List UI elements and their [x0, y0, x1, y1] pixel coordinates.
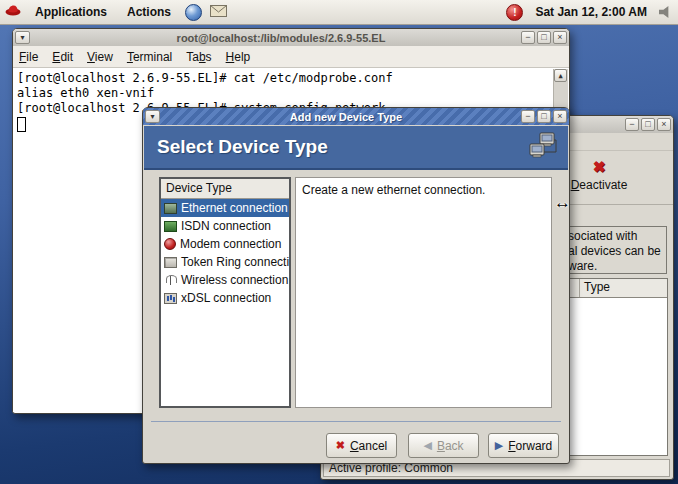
info-text-fragment: al devices can be [568, 244, 661, 259]
close-icon[interactable]: × [553, 31, 567, 44]
modem-icon [164, 238, 176, 250]
terminal-menu-tabs[interactable]: Tabs [186, 50, 211, 64]
terminal-menu-terminal[interactable]: Terminal [127, 50, 172, 64]
terminal-line: [root@localhost 2.6.9-55.EL]# cat /etc/m… [17, 71, 569, 86]
ethernet-icon [164, 203, 177, 214]
desktop: Applications Actions ! Sat Jan 12, 2:00 … [0, 0, 678, 484]
email-icon[interactable] [210, 3, 227, 21]
web-browser-icon[interactable] [185, 4, 202, 21]
minimize-icon[interactable]: − [521, 110, 535, 123]
alert-notification-icon[interactable]: ! [506, 4, 523, 21]
network-info-text: sociated with al devices can be ware. [568, 229, 661, 274]
terminal-menubar: File Edit View Terminal Tabs Help [13, 46, 569, 68]
terminal-title: root@localhost:/lib/modules/2.6.9-55.EL [53, 32, 509, 44]
list-item-label: Modem connection [180, 237, 281, 251]
list-item-ethernet[interactable]: Ethernet connection [161, 199, 289, 217]
deactivate-button[interactable]: ✖ Deactivate [565, 158, 633, 200]
window-menu-icon[interactable]: ▾ [145, 110, 160, 123]
maximize-icon[interactable]: □ [537, 31, 551, 44]
list-item-label: Wireless connection [181, 273, 288, 287]
list-item-label: Token Ring connection [181, 255, 289, 269]
window-menu-icon[interactable]: ▾ [15, 31, 30, 44]
dialog-separator [151, 421, 561, 422]
cancel-label: Cancel [350, 439, 387, 453]
terminal-titlebar[interactable]: ▾ root@localhost:/lib/modules/2.6.9-55.E… [13, 29, 569, 46]
redhat-menu-icon[interactable] [5, 3, 21, 21]
token-ring-icon [164, 257, 177, 268]
minimize-icon[interactable]: − [625, 118, 639, 131]
device-type-list-header[interactable]: Device Type [161, 179, 289, 199]
terminal-line: alias eth0 xen-vnif [17, 86, 569, 101]
list-item-wireless[interactable]: Wireless connection [161, 271, 289, 289]
dialog-title: Add new Device Type [183, 111, 509, 123]
device-description-pane: Create a new ethernet connection. [295, 177, 552, 408]
list-item-tokenring[interactable]: Token Ring connection [161, 253, 289, 271]
scroll-up-icon[interactable]: ▲ [554, 69, 567, 82]
table-column-type[interactable]: Type [580, 279, 667, 297]
back-label: Back [437, 439, 464, 453]
terminal-menu-help[interactable]: Help [226, 50, 251, 64]
dialog-header-title: Select Device Type [157, 136, 328, 158]
forward-label: Forward [508, 439, 552, 453]
forward-arrow-icon: ▶ [495, 440, 503, 451]
top-panel: Applications Actions ! Sat Jan 12, 2:00 … [0, 0, 678, 25]
device-type-list: Device Type Ethernet connection ISDN con… [159, 177, 291, 408]
maximize-icon[interactable]: □ [641, 118, 655, 131]
terminal-cursor [17, 117, 26, 132]
deactivate-x-icon: ✖ [565, 158, 633, 176]
menu-actions[interactable]: Actions [117, 5, 181, 19]
info-text-fragment: sociated with [568, 229, 661, 244]
list-item-xdsl[interactable]: xDSL connection [161, 289, 289, 307]
volume-icon[interactable] [659, 6, 672, 18]
terminal-menu-file[interactable]: File [19, 50, 38, 64]
list-item-label: ISDN connection [181, 219, 271, 233]
forward-button[interactable]: ▶ Forward [488, 433, 559, 458]
back-arrow-icon: ◀ [423, 440, 431, 451]
back-button[interactable]: ◀ Back [408, 433, 479, 458]
list-item-label: xDSL connection [181, 291, 271, 305]
list-item-label: Ethernet connection [181, 201, 288, 215]
dialog-titlebar[interactable]: ▾ Add new Device Type − □ × [143, 108, 569, 125]
wireless-icon [164, 275, 177, 286]
cancel-button[interactable]: ✖ Cancel [326, 433, 397, 458]
list-item-isdn[interactable]: ISDN connection [161, 217, 289, 235]
close-icon[interactable]: × [657, 118, 671, 131]
resize-cursor-icon: ↔ [554, 193, 571, 213]
clock[interactable]: Sat Jan 12, 2:00 AM [535, 5, 647, 19]
cancel-x-icon: ✖ [336, 440, 345, 451]
add-device-dialog: ▾ Add new Device Type − □ × Select Devic… [142, 107, 570, 464]
devices-table[interactable]: Type [566, 278, 668, 456]
device-description: Create a new ethernet connection. [302, 183, 485, 197]
terminal-menu-view[interactable]: View [87, 50, 113, 64]
devices-table-header: Type [567, 279, 667, 298]
minimize-icon[interactable]: − [521, 31, 535, 44]
network-computers-icon [528, 132, 558, 163]
isdn-icon [164, 221, 177, 232]
deactivate-label: Deactivate [565, 178, 633, 192]
info-text-fragment: ware. [568, 259, 661, 274]
dialog-header: Select Device Type [144, 126, 568, 170]
list-item-modem[interactable]: Modem connection [161, 235, 289, 253]
xdsl-icon [164, 293, 177, 304]
close-icon[interactable]: × [553, 110, 567, 123]
menu-applications[interactable]: Applications [25, 5, 117, 19]
terminal-menu-edit[interactable]: Edit [52, 50, 73, 64]
maximize-icon[interactable]: □ [537, 110, 551, 123]
